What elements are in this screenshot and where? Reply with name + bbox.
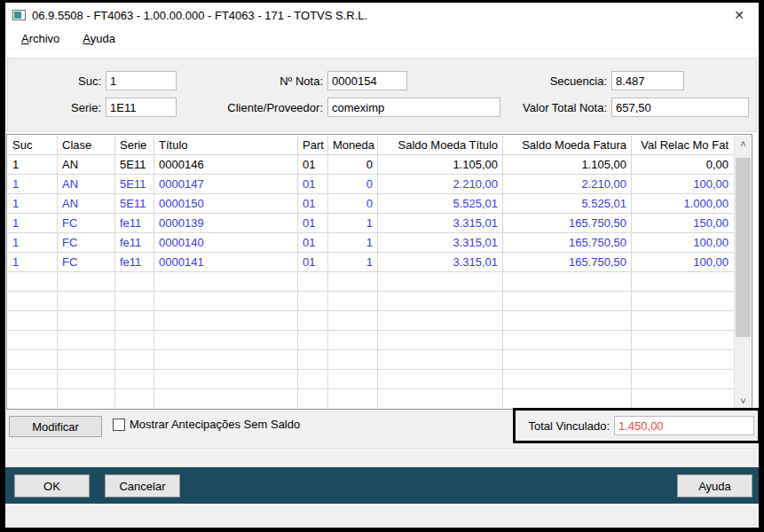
show-advances-checkbox[interactable]	[113, 419, 125, 431]
table-cell[interactable]: 5.525,01	[503, 194, 632, 214]
table-cell[interactable]: 1.000,00	[632, 194, 733, 214]
table-cell	[503, 389, 632, 408]
table-cell[interactable]: 0	[328, 175, 378, 194]
table-cell	[115, 331, 154, 350]
scrollbar-thumb[interactable]	[736, 158, 751, 337]
table-cell[interactable]: 100,00	[632, 253, 733, 272]
table-cell[interactable]: 1.105,00	[378, 155, 503, 175]
cancelar-button[interactable]: Cancelar	[105, 474, 180, 497]
table-cell[interactable]: 0000139	[154, 214, 298, 233]
table-cell	[632, 292, 733, 311]
menu-item-archivo[interactable]: Archivo	[14, 29, 67, 48]
table-cell[interactable]: AN	[58, 175, 115, 194]
table-row[interactable]: 1AN5E1100001460101.105,001.105,000,00	[8, 155, 734, 175]
table-cell[interactable]: 1	[8, 233, 58, 253]
table-cell[interactable]: fe11	[115, 233, 154, 253]
table-cell[interactable]: 0000150	[154, 194, 298, 214]
table-cell[interactable]: AN	[58, 155, 115, 175]
table-cell[interactable]: fe11	[115, 253, 154, 272]
table-cell[interactable]: 01	[298, 233, 328, 253]
table-cell[interactable]: 165.750,50	[503, 253, 632, 272]
table-cell[interactable]: 0000146	[154, 155, 298, 175]
scroll-up-icon[interactable]: ˄	[735, 136, 752, 151]
grid-body: 1AN5E1100001460101.105,001.105,000,001AN…	[8, 155, 734, 408]
field-suc: Suc: 1	[26, 71, 177, 90]
table-cell	[298, 350, 328, 370]
table-cell[interactable]: 3.315,01	[378, 253, 503, 272]
close-icon[interactable]: ✕	[727, 4, 752, 26]
table-cell	[154, 272, 298, 292]
field-cliente-proveedor: Cliente/Proveedor: comeximp	[194, 98, 500, 117]
table-cell[interactable]: 0	[328, 194, 378, 214]
table-cell[interactable]: 1	[328, 214, 378, 233]
ok-button[interactable]: OK	[14, 474, 90, 497]
table-cell	[8, 370, 58, 389]
vertical-scrollbar[interactable]: ˄ ˅	[734, 136, 751, 408]
table-cell[interactable]: 1	[328, 233, 378, 253]
scroll-down-icon[interactable]: ˅	[735, 393, 752, 408]
table-row[interactable]: 1FCfe1100001410113.315,01165.750,50100,0…	[8, 253, 734, 272]
table-cell[interactable]: 1	[8, 155, 58, 175]
table-cell[interactable]: 01	[298, 155, 328, 175]
table-cell	[298, 311, 328, 331]
field-valor-total-nota: Valor Total Nota: 657,50	[505, 98, 749, 117]
table-cell[interactable]: 01	[298, 253, 328, 272]
table-cell	[632, 272, 733, 292]
nro-nota-input[interactable]: 0000154	[327, 71, 407, 90]
table-cell[interactable]: 2.210,00	[503, 175, 632, 194]
show-advances-checkbox-group: Mostrar Antecipações Sem Saldo	[113, 418, 300, 431]
modificar-button[interactable]: Modificar	[9, 416, 102, 437]
table-cell	[632, 370, 733, 389]
suc-input[interactable]: 1	[106, 71, 177, 90]
table-row-empty	[8, 311, 734, 331]
table-cell[interactable]: 1	[8, 175, 58, 194]
table-cell[interactable]: 5E11	[115, 194, 154, 214]
table-cell	[154, 292, 298, 311]
ayuda-button[interactable]: Ayuda	[677, 474, 752, 497]
app-icon	[12, 10, 26, 20]
grid-content: SucClaseSerieTítuloPartMonedaSaldo Moeda…	[8, 136, 734, 408]
table-cell[interactable]: 165.750,50	[503, 214, 632, 233]
table-cell[interactable]: fe11	[115, 214, 154, 233]
table-row[interactable]: 1AN5E1100001470102.210,002.210,00100,00	[8, 175, 734, 194]
table-cell[interactable]: 0	[328, 155, 378, 175]
table-cell	[58, 350, 115, 370]
table-cell[interactable]: 1	[8, 194, 58, 214]
table-cell[interactable]: 0000147	[154, 175, 298, 194]
table-cell[interactable]: 1	[8, 253, 58, 272]
table-cell[interactable]: 5E11	[115, 155, 154, 175]
table-cell[interactable]: 1	[8, 214, 58, 233]
table-cell[interactable]: 5.525,01	[378, 194, 503, 214]
table-cell[interactable]: 165.750,50	[503, 233, 632, 253]
table-row[interactable]: 1AN5E1100001500105.525,015.525,011.000,0…	[8, 194, 734, 214]
table-cell[interactable]: 1	[328, 253, 378, 272]
table-cell[interactable]: 01	[298, 214, 328, 233]
table-cell	[58, 292, 115, 311]
serie-input[interactable]: 1E11	[106, 98, 177, 117]
table-cell[interactable]: FC	[58, 233, 115, 253]
table-cell[interactable]: FC	[58, 214, 115, 233]
table-cell[interactable]: 01	[298, 175, 328, 194]
table-row[interactable]: 1FCfe1100001400113.315,01165.750,50100,0…	[8, 233, 734, 253]
table-cell[interactable]: 1.105,00	[503, 155, 632, 175]
secuencia-input[interactable]: 8.487	[611, 71, 684, 90]
table-cell[interactable]: 100,00	[632, 175, 733, 194]
dialog-window: 06.9.5508 - FT4063 - 1.00.00.000 - FT406…	[5, 3, 759, 528]
table-row[interactable]: 1FCfe1100001390113.315,01165.750,50150,0…	[8, 214, 734, 233]
table-cell[interactable]: 0,00	[632, 155, 733, 175]
table-cell[interactable]: FC	[58, 253, 115, 272]
menu-item-ayuda[interactable]: Ayuda	[75, 29, 122, 48]
valor-total-nota-input[interactable]: 657,50	[611, 98, 749, 117]
table-cell[interactable]: 100,00	[632, 233, 733, 253]
table-cell[interactable]: 3.315,01	[378, 233, 503, 253]
table-cell[interactable]: 5E11	[115, 175, 154, 194]
table-cell[interactable]: AN	[58, 194, 115, 214]
table-cell[interactable]: 0000140	[154, 233, 298, 253]
table-cell[interactable]: 2.210,00	[378, 175, 503, 194]
table-cell[interactable]: 0000141	[154, 253, 298, 272]
cliente-proveedor-input[interactable]: comeximp	[327, 98, 500, 117]
table-cell[interactable]: 01	[298, 194, 328, 214]
column-header-1: Clase	[58, 136, 115, 155]
table-cell[interactable]: 150,00	[632, 214, 733, 233]
table-cell[interactable]: 3.315,01	[378, 214, 503, 233]
